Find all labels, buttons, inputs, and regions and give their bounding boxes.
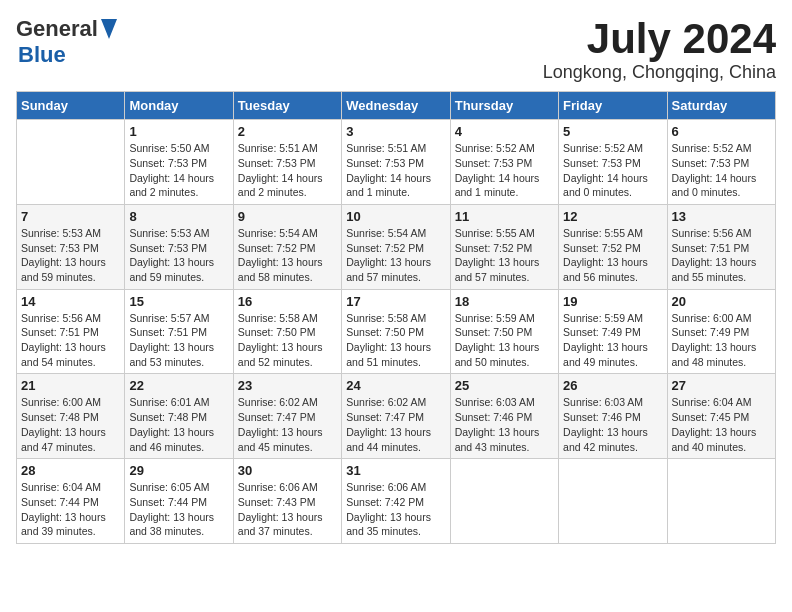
- calendar-week-row: 28Sunrise: 6:04 AMSunset: 7:44 PMDayligh…: [17, 459, 776, 544]
- day-number: 24: [346, 378, 445, 393]
- day-info: Sunrise: 5:56 AMSunset: 7:51 PMDaylight:…: [21, 311, 120, 370]
- day-info: Sunrise: 6:05 AMSunset: 7:44 PMDaylight:…: [129, 480, 228, 539]
- calendar-week-row: 14Sunrise: 5:56 AMSunset: 7:51 PMDayligh…: [17, 289, 776, 374]
- day-number: 4: [455, 124, 554, 139]
- day-info: Sunrise: 6:00 AMSunset: 7:49 PMDaylight:…: [672, 311, 771, 370]
- day-number: 22: [129, 378, 228, 393]
- calendar-cell: 5Sunrise: 5:52 AMSunset: 7:53 PMDaylight…: [559, 120, 667, 205]
- calendar-cell: 20Sunrise: 6:00 AMSunset: 7:49 PMDayligh…: [667, 289, 775, 374]
- day-number: 21: [21, 378, 120, 393]
- calendar-cell: 2Sunrise: 5:51 AMSunset: 7:53 PMDaylight…: [233, 120, 341, 205]
- calendar-cell: 4Sunrise: 5:52 AMSunset: 7:53 PMDaylight…: [450, 120, 558, 205]
- calendar-cell: [450, 459, 558, 544]
- calendar-week-row: 1Sunrise: 5:50 AMSunset: 7:53 PMDaylight…: [17, 120, 776, 205]
- svg-marker-0: [101, 19, 117, 39]
- day-info: Sunrise: 6:06 AMSunset: 7:43 PMDaylight:…: [238, 480, 337, 539]
- calendar-week-row: 21Sunrise: 6:00 AMSunset: 7:48 PMDayligh…: [17, 374, 776, 459]
- calendar-col-header: Monday: [125, 92, 233, 120]
- calendar-cell: 17Sunrise: 5:58 AMSunset: 7:50 PMDayligh…: [342, 289, 450, 374]
- title-section: July 2024 Longkong, Chongqing, China: [543, 16, 776, 83]
- calendar-cell: 25Sunrise: 6:03 AMSunset: 7:46 PMDayligh…: [450, 374, 558, 459]
- page-header: General Blue July 2024 Longkong, Chongqi…: [16, 16, 776, 83]
- day-number: 5: [563, 124, 662, 139]
- day-number: 30: [238, 463, 337, 478]
- calendar-cell: 13Sunrise: 5:56 AMSunset: 7:51 PMDayligh…: [667, 204, 775, 289]
- day-info: Sunrise: 5:53 AMSunset: 7:53 PMDaylight:…: [129, 226, 228, 285]
- calendar-header-row: SundayMondayTuesdayWednesdayThursdayFrid…: [17, 92, 776, 120]
- day-number: 6: [672, 124, 771, 139]
- day-number: 16: [238, 294, 337, 309]
- day-number: 9: [238, 209, 337, 224]
- day-number: 1: [129, 124, 228, 139]
- day-number: 3: [346, 124, 445, 139]
- day-info: Sunrise: 5:57 AMSunset: 7:51 PMDaylight:…: [129, 311, 228, 370]
- day-info: Sunrise: 5:59 AMSunset: 7:49 PMDaylight:…: [563, 311, 662, 370]
- calendar-cell: 29Sunrise: 6:05 AMSunset: 7:44 PMDayligh…: [125, 459, 233, 544]
- calendar-cell: [17, 120, 125, 205]
- calendar-cell: 16Sunrise: 5:58 AMSunset: 7:50 PMDayligh…: [233, 289, 341, 374]
- day-info: Sunrise: 6:02 AMSunset: 7:47 PMDaylight:…: [238, 395, 337, 454]
- day-number: 15: [129, 294, 228, 309]
- day-info: Sunrise: 5:58 AMSunset: 7:50 PMDaylight:…: [238, 311, 337, 370]
- day-number: 10: [346, 209, 445, 224]
- day-number: 20: [672, 294, 771, 309]
- day-number: 27: [672, 378, 771, 393]
- day-info: Sunrise: 6:01 AMSunset: 7:48 PMDaylight:…: [129, 395, 228, 454]
- calendar-cell: 1Sunrise: 5:50 AMSunset: 7:53 PMDaylight…: [125, 120, 233, 205]
- day-info: Sunrise: 6:02 AMSunset: 7:47 PMDaylight:…: [346, 395, 445, 454]
- day-number: 29: [129, 463, 228, 478]
- calendar-col-header: Saturday: [667, 92, 775, 120]
- calendar-cell: 19Sunrise: 5:59 AMSunset: 7:49 PMDayligh…: [559, 289, 667, 374]
- calendar-cell: 26Sunrise: 6:03 AMSunset: 7:46 PMDayligh…: [559, 374, 667, 459]
- location-title: Longkong, Chongqing, China: [543, 62, 776, 83]
- logo-blue-text: Blue: [18, 42, 66, 67]
- calendar-col-header: Friday: [559, 92, 667, 120]
- day-number: 17: [346, 294, 445, 309]
- day-number: 25: [455, 378, 554, 393]
- calendar-cell: 11Sunrise: 5:55 AMSunset: 7:52 PMDayligh…: [450, 204, 558, 289]
- day-info: Sunrise: 5:51 AMSunset: 7:53 PMDaylight:…: [238, 141, 337, 200]
- day-number: 31: [346, 463, 445, 478]
- calendar-cell: 30Sunrise: 6:06 AMSunset: 7:43 PMDayligh…: [233, 459, 341, 544]
- day-number: 19: [563, 294, 662, 309]
- calendar-cell: 7Sunrise: 5:53 AMSunset: 7:53 PMDaylight…: [17, 204, 125, 289]
- day-info: Sunrise: 6:04 AMSunset: 7:45 PMDaylight:…: [672, 395, 771, 454]
- day-info: Sunrise: 5:55 AMSunset: 7:52 PMDaylight:…: [455, 226, 554, 285]
- day-info: Sunrise: 5:52 AMSunset: 7:53 PMDaylight:…: [455, 141, 554, 200]
- day-number: 11: [455, 209, 554, 224]
- calendar-cell: [559, 459, 667, 544]
- day-info: Sunrise: 5:52 AMSunset: 7:53 PMDaylight:…: [672, 141, 771, 200]
- day-info: Sunrise: 5:54 AMSunset: 7:52 PMDaylight:…: [238, 226, 337, 285]
- day-number: 12: [563, 209, 662, 224]
- day-info: Sunrise: 5:53 AMSunset: 7:53 PMDaylight:…: [21, 226, 120, 285]
- calendar-cell: 3Sunrise: 5:51 AMSunset: 7:53 PMDaylight…: [342, 120, 450, 205]
- day-number: 14: [21, 294, 120, 309]
- day-info: Sunrise: 5:55 AMSunset: 7:52 PMDaylight:…: [563, 226, 662, 285]
- day-number: 23: [238, 378, 337, 393]
- day-number: 18: [455, 294, 554, 309]
- logo-general-text: General: [16, 16, 98, 42]
- calendar-cell: 21Sunrise: 6:00 AMSunset: 7:48 PMDayligh…: [17, 374, 125, 459]
- calendar-cell: 15Sunrise: 5:57 AMSunset: 7:51 PMDayligh…: [125, 289, 233, 374]
- day-info: Sunrise: 5:58 AMSunset: 7:50 PMDaylight:…: [346, 311, 445, 370]
- day-info: Sunrise: 6:03 AMSunset: 7:46 PMDaylight:…: [455, 395, 554, 454]
- calendar-cell: 9Sunrise: 5:54 AMSunset: 7:52 PMDaylight…: [233, 204, 341, 289]
- calendar-cell: 23Sunrise: 6:02 AMSunset: 7:47 PMDayligh…: [233, 374, 341, 459]
- day-number: 28: [21, 463, 120, 478]
- day-info: Sunrise: 6:03 AMSunset: 7:46 PMDaylight:…: [563, 395, 662, 454]
- logo: General Blue: [16, 16, 117, 68]
- day-info: Sunrise: 5:51 AMSunset: 7:53 PMDaylight:…: [346, 141, 445, 200]
- day-number: 13: [672, 209, 771, 224]
- calendar-cell: 22Sunrise: 6:01 AMSunset: 7:48 PMDayligh…: [125, 374, 233, 459]
- day-info: Sunrise: 5:50 AMSunset: 7:53 PMDaylight:…: [129, 141, 228, 200]
- calendar-col-header: Wednesday: [342, 92, 450, 120]
- day-number: 7: [21, 209, 120, 224]
- day-info: Sunrise: 6:00 AMSunset: 7:48 PMDaylight:…: [21, 395, 120, 454]
- day-number: 8: [129, 209, 228, 224]
- calendar-cell: 14Sunrise: 5:56 AMSunset: 7:51 PMDayligh…: [17, 289, 125, 374]
- month-title: July 2024: [543, 16, 776, 62]
- calendar-cell: 18Sunrise: 5:59 AMSunset: 7:50 PMDayligh…: [450, 289, 558, 374]
- day-info: Sunrise: 5:52 AMSunset: 7:53 PMDaylight:…: [563, 141, 662, 200]
- calendar-cell: 8Sunrise: 5:53 AMSunset: 7:53 PMDaylight…: [125, 204, 233, 289]
- calendar-cell: 10Sunrise: 5:54 AMSunset: 7:52 PMDayligh…: [342, 204, 450, 289]
